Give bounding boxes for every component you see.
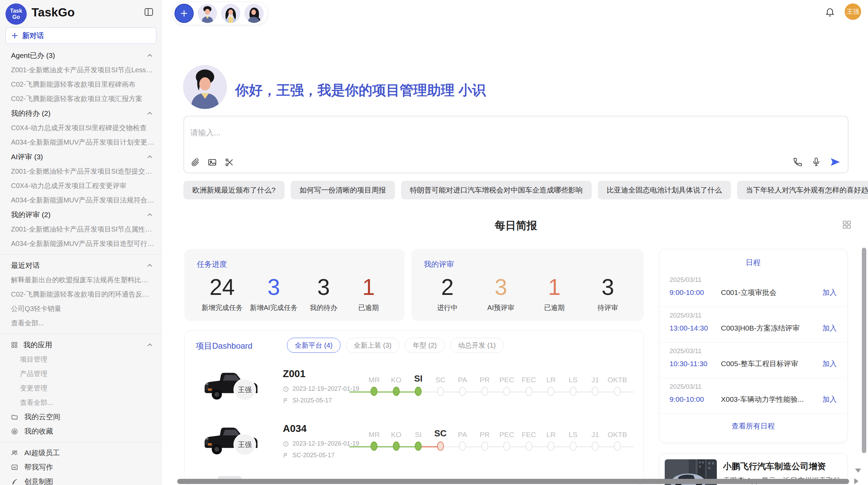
app-logo: Task Go xyxy=(5,3,27,25)
milestone-label: OKTB xyxy=(606,376,629,384)
stat-block: 3新增AI完成任务 xyxy=(250,274,298,312)
sidebar-item-favorites[interactable]: 我的收藏 xyxy=(0,424,161,438)
recent-chat-item[interactable]: C02-飞腾新能源轻客改款项目的闭环通告反馈情况 xyxy=(0,287,161,301)
stat-value: 24 xyxy=(209,274,234,300)
microphone-icon[interactable] xyxy=(811,157,821,167)
chat-input[interactable]: 请输入... xyxy=(183,116,848,173)
sidebar-item[interactable]: A034-全新新能源MUV产品开发项目造型可行性评审 xyxy=(0,236,161,251)
event-time: 9:00-10:00 xyxy=(670,288,721,297)
milestone-timeline: MRKOSISCPAPRPECFECLRLSJ1OKTB xyxy=(363,422,641,463)
sidebar-item[interactable]: A034-全新新能源MUV产品开发项目法规符合性评审 xyxy=(0,193,161,207)
sidebar-section-my-todo[interactable]: 我的待办 (2) xyxy=(0,106,161,121)
apps-view-all[interactable]: 查看全部... xyxy=(0,395,161,410)
join-link[interactable]: 加入 xyxy=(822,323,837,333)
sidebar-item[interactable]: C02-飞腾新能源轻客改款项目里程碑画布 xyxy=(0,77,161,91)
suggestion-chip[interactable]: 欧洲新规最近颁布了什么? xyxy=(183,181,285,199)
new-chat-button[interactable]: 新对话 xyxy=(5,27,156,44)
suggestion-chip[interactable]: 特朗普可能对进口汽车增税会对中国车企造成哪些影响 xyxy=(401,181,592,199)
milestone-label: LR xyxy=(540,376,562,384)
section-label: 我的待办 (2) xyxy=(11,109,51,118)
sidebar-section-my-apps[interactable]: 我的应用 xyxy=(0,337,161,352)
sidebar-section-recent-chats[interactable]: 最近对话 xyxy=(0,258,161,273)
send-icon[interactable] xyxy=(830,157,840,167)
tab-powertrain[interactable]: 动总开发 (1) xyxy=(450,338,504,353)
app-item-project-mgmt[interactable]: 项目管理 xyxy=(0,352,161,366)
sidebar-item[interactable]: C02-飞腾新能源轻客改款项目立项汇报方案 xyxy=(0,91,161,106)
tab-new-body[interactable]: 全新上装 (3) xyxy=(346,338,399,353)
agent-avatar[interactable] xyxy=(198,4,217,23)
app-item-change-mgmt[interactable]: 变更管理 xyxy=(0,381,161,395)
card-title: 任务进度 xyxy=(197,259,392,270)
stat-label: 新增AI完成任务 xyxy=(250,303,298,312)
recent-chats-view-all[interactable]: 查看全部... xyxy=(0,316,161,330)
milestone-dot xyxy=(437,442,444,451)
join-link[interactable]: 加入 xyxy=(822,288,837,297)
sidebar-section-agent-done[interactable]: Agent已办 (3) xyxy=(0,48,161,63)
scroll-right-arrow[interactable] xyxy=(854,478,858,484)
plus-icon xyxy=(11,32,18,39)
join-link[interactable]: 加入 xyxy=(822,359,837,369)
project-row[interactable]: 王强 A034 2023-12-19~2026-01-19 SC-2025-05… xyxy=(185,418,643,473)
sidebar-item[interactable]: C0X4-动力总成开发项目SI里程碑提交物检查 xyxy=(0,121,161,135)
join-link[interactable]: 加入 xyxy=(822,395,837,404)
view-all-schedule-link[interactable]: 查看所有日程 xyxy=(659,421,847,431)
stat-value: 3 xyxy=(602,274,614,300)
sidebar-item[interactable]: C0X4-动力总成开发项目工程变更评审 xyxy=(0,178,161,193)
add-agent-button[interactable] xyxy=(174,4,194,23)
milestone-label: KO xyxy=(385,431,408,439)
milestone-label: LS xyxy=(562,431,584,439)
user-avatar[interactable]: 王强 xyxy=(845,3,861,20)
milestone-label: PR xyxy=(474,376,496,384)
scissors-icon[interactable] xyxy=(225,158,234,167)
item-label: 创意制图 xyxy=(24,477,53,485)
sidebar-section-ai-review[interactable]: AI评审 (3) xyxy=(0,149,161,164)
tab-year-model[interactable]: 年型 (2) xyxy=(405,338,445,353)
sidebar-item-cloud-space[interactable]: 我的云空间 xyxy=(0,410,161,424)
tab-all-platform[interactable]: 全新平台 (4) xyxy=(287,338,340,353)
sidebar-item-creative-drawing[interactable]: 创意制图 xyxy=(0,474,161,485)
chevron-up-icon xyxy=(147,213,153,216)
project-row[interactable]: 王强 Z001 2023-12-19~2027-01-19 SI-2025-05… xyxy=(185,363,643,418)
sidebar-item-help-me-write[interactable]: 帮我写作 xyxy=(0,460,161,474)
event-time: 10:30-11:30 xyxy=(670,360,721,368)
agent-avatar[interactable] xyxy=(244,4,264,23)
vertical-scrollbar[interactable] xyxy=(862,248,866,453)
stat-label: 待评审 xyxy=(598,303,618,312)
sidebar-collapse-icon[interactable] xyxy=(144,7,154,17)
my-review-card: 我的评审 2进行中 3AI预评审 1已逾期 3待评审 xyxy=(411,249,644,321)
sidebar-item[interactable]: A034-全新新能源MUV产品开发项目计划变更表编写 xyxy=(0,135,161,149)
recent-chat-item[interactable]: 解释最新出台的欧盟报废车法规再生塑料比例被调至15%... xyxy=(0,273,161,287)
image-icon[interactable] xyxy=(207,158,217,167)
milestone-dot xyxy=(415,442,422,451)
milestone-label: FEC xyxy=(518,376,540,384)
suggestion-chip[interactable]: 如何写一份清晰的项目周报 xyxy=(291,181,395,199)
event-date: 2025/03/11 xyxy=(670,347,837,355)
horizontal-scrollbar[interactable] xyxy=(177,479,849,484)
section-label: Agent已办 (3) xyxy=(11,51,55,60)
milestone-dot xyxy=(570,387,577,396)
notification-bell-icon[interactable] xyxy=(825,7,835,17)
sidebar-item[interactable]: Z001-全新燃油轻卡产品开发项目SI节点属性5D文件评审 xyxy=(0,222,161,236)
schedule-event: 2025/03/11 13:00-14:30 C003|H0B-方案冻结评审 加… xyxy=(659,307,847,343)
attachment-icon[interactable] xyxy=(190,158,200,167)
item-label: 我的收藏 xyxy=(24,426,53,436)
layout-grid-icon[interactable] xyxy=(842,220,852,229)
assistant-avatar xyxy=(183,65,227,109)
milestone-dot xyxy=(371,387,377,396)
sidebar-item[interactable]: Z001-全新燃油轻卡产品开发项目SI造型提交物评审 xyxy=(0,164,161,178)
sidebar-item[interactable]: Z001-全新燃油皮卡产品开发项目SI节点Lesson Learn报告 xyxy=(0,63,161,77)
sidebar-item-ai-super-staff[interactable]: AI超级员工 xyxy=(0,446,161,460)
recent-chat-item[interactable]: 公司Q3轻卡销量 xyxy=(0,301,161,316)
app-item-product-mgmt[interactable]: 产品管理 xyxy=(0,366,161,381)
phone-call-icon[interactable] xyxy=(793,157,803,167)
suggestion-chip[interactable]: 比亚迪全固态电池计划具体说了什么 xyxy=(598,181,731,199)
stat-value: 3 xyxy=(495,274,507,300)
stat-block: 1已逾期 xyxy=(535,274,573,312)
project-name: A034 xyxy=(283,423,306,434)
stat-block: 3待评审 xyxy=(589,274,627,312)
sidebar-section-my-review[interactable]: 我的评审 (2) xyxy=(0,207,161,222)
agent-avatar[interactable] xyxy=(221,4,240,23)
scroll-down-arrow[interactable] xyxy=(855,469,861,473)
suggestion-chip[interactable]: 当下年轻人对汽车外观有怎样的喜好趋势 xyxy=(737,181,868,199)
project-owner-badge: 王强 xyxy=(233,378,256,401)
